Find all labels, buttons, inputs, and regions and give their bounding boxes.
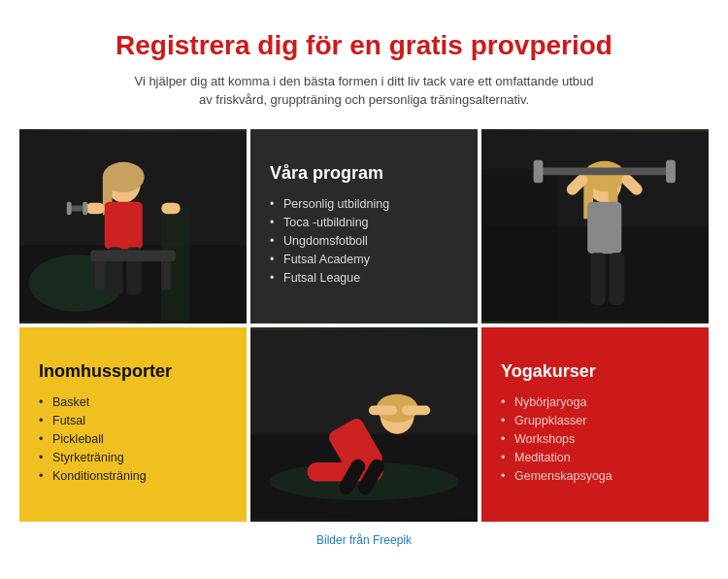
- list-item: Futsal: [39, 414, 227, 427]
- svg-rect-17: [161, 261, 171, 290]
- yoga-title: Yogakurser: [501, 361, 689, 382]
- list-item: Gruppklasser: [501, 414, 689, 427]
- page-title: Registrera dig för en gratis provperiod: [19, 29, 709, 62]
- indoor-title: Inomhussporter: [39, 361, 227, 382]
- svg-rect-31: [590, 253, 606, 305]
- svg-rect-8: [85, 202, 105, 214]
- gym-image-1: [19, 129, 247, 324]
- svg-rect-9: [161, 202, 181, 214]
- svg-rect-15: [90, 250, 176, 261]
- page-wrapper: Registrera dig för en gratis provperiod …: [0, 0, 728, 566]
- list-item: Ungdomsfotboll: [270, 234, 458, 248]
- svg-rect-28: [539, 167, 672, 175]
- list-item: Futsal Academy: [270, 253, 458, 266]
- yoga-list: Nybörjaryoga Gruppklasser Workshops Medi…: [501, 395, 689, 488]
- footer-credit: Bilder från Freepik: [19, 533, 709, 547]
- svg-rect-16: [95, 261, 105, 290]
- programs-title: Våra program: [270, 163, 458, 184]
- svg-rect-41: [369, 405, 397, 415]
- svg-rect-30: [666, 159, 676, 182]
- gym-image-2: [481, 129, 709, 324]
- svg-rect-25: [587, 201, 621, 254]
- programs-list: Personlig utbildning Toca -utbildning Un…: [270, 197, 458, 290]
- svg-rect-12: [83, 201, 87, 215]
- header-section: Registrera dig för en gratis provperiod …: [19, 29, 709, 110]
- content-grid: Våra program Personlig utbildning Toca -…: [19, 129, 709, 522]
- page-subtitle: Vi hjälper dig att komma i den bästa for…: [131, 72, 597, 110]
- indoor-panel: Inomhussporter Basket Futsal Pickleball …: [19, 327, 247, 522]
- list-item: Gemenskapsyoga: [501, 469, 689, 483]
- list-item: Konditionsträning: [39, 469, 227, 483]
- svg-rect-29: [534, 159, 544, 182]
- svg-rect-40: [402, 405, 430, 415]
- list-item: Workshops: [501, 432, 689, 446]
- list-item: Pickleball: [39, 432, 227, 446]
- list-item: Basket: [39, 395, 227, 409]
- list-item: Personlig utbildning: [270, 197, 458, 211]
- gym-image-3: [250, 327, 478, 522]
- yoga-panel: Yogakurser Nybörjaryoga Gruppklasser Wor…: [481, 327, 709, 522]
- list-item: Toca -utbildning: [270, 216, 458, 229]
- svg-rect-11: [67, 201, 72, 215]
- list-item: Meditation: [501, 451, 689, 464]
- svg-rect-7: [105, 201, 143, 249]
- indoor-list: Basket Futsal Pickleball Styrketräning K…: [39, 395, 227, 488]
- svg-rect-20: [481, 169, 557, 321]
- list-item: Futsal League: [270, 271, 458, 285]
- list-item: Styrketräning: [39, 451, 227, 464]
- svg-rect-32: [610, 253, 625, 305]
- programs-panel: Våra program Personlig utbildning Toca -…: [250, 129, 478, 324]
- list-item: Nybörjaryoga: [501, 395, 689, 409]
